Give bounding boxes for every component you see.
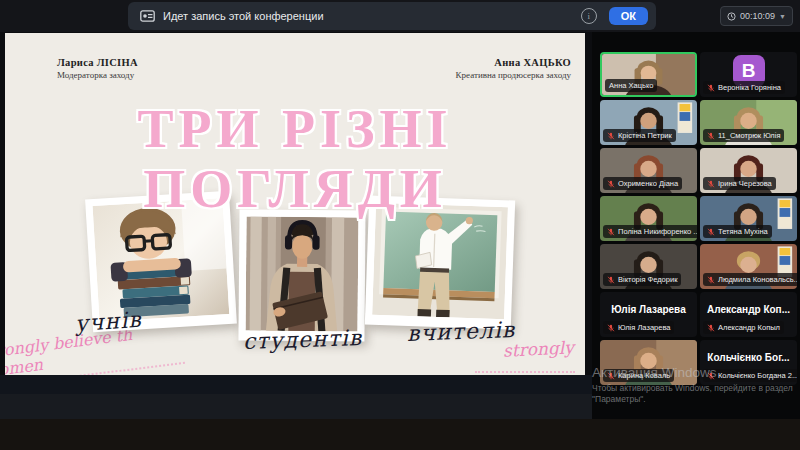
muted-mic-icon bbox=[707, 228, 715, 236]
participant-name-label: Анна Хацько bbox=[605, 79, 657, 92]
participant-name-large: Александр Коп... bbox=[700, 304, 797, 315]
photo-label-teachers: вчителів bbox=[407, 317, 516, 346]
participant-tile[interactable]: Тетяна Мухіна bbox=[700, 196, 797, 241]
participant-tile[interactable]: ВВероніка Горяніна bbox=[700, 52, 797, 97]
participant-tile[interactable]: Александр Коп...Александр Копыл bbox=[700, 292, 797, 337]
slide-title-line1: ТРИ РІЗНІ bbox=[5, 99, 585, 159]
participant-name-label: 11_Смотрюк Юлія bbox=[703, 129, 784, 142]
participant-name-label: Вікторія Федорик bbox=[603, 273, 681, 286]
participant-name-label: Александр Копыл bbox=[703, 321, 784, 334]
moderator-name: Лариса ЛІСІНА bbox=[57, 57, 138, 68]
participant-tile[interactable]: Крістіна Петрик bbox=[600, 100, 697, 145]
muted-mic-icon bbox=[607, 180, 615, 188]
timer-value: 00:10:09 bbox=[740, 11, 775, 21]
chevron-down-icon[interactable]: ▼ bbox=[779, 13, 786, 20]
slide-header-right: Анна ХАЦЬКО Креативна продюсерка заходу bbox=[456, 57, 571, 80]
participant-name-label: Крістіна Петрик bbox=[603, 129, 676, 142]
photo-label-pupils: учнів bbox=[74, 307, 142, 337]
participant-name-label: Охрименко Діана bbox=[603, 177, 682, 190]
muted-mic-icon bbox=[607, 228, 615, 236]
participant-name-large: Кольчієнко Бог... bbox=[700, 352, 797, 363]
slide-header-left: Лариса ЛІСІНА Модераторка заходу bbox=[57, 57, 138, 80]
recording-icon bbox=[140, 10, 155, 22]
participant-name-label: Тетяна Мухіна bbox=[703, 225, 772, 238]
muted-mic-icon bbox=[707, 84, 715, 92]
muted-mic-icon bbox=[607, 276, 615, 284]
moderator-role: Модераторка заходу bbox=[57, 70, 138, 80]
participant-name-label: Вероніка Горяніна bbox=[703, 81, 785, 94]
photo-label-students: студентів bbox=[243, 325, 363, 354]
slide-title-line2: ПОГЛЯДИ bbox=[5, 159, 585, 219]
muted-mic-icon bbox=[607, 132, 615, 140]
participant-tile[interactable]: Поліна Никифоренко ... bbox=[600, 196, 697, 241]
area-below-slide bbox=[0, 375, 592, 394]
shared-presentation-slide: Лариса ЛІСІНА Модераторка заходу Анна ХА… bbox=[5, 33, 585, 375]
ok-button[interactable]: ОК bbox=[609, 7, 648, 25]
clock-icon bbox=[727, 12, 736, 21]
muted-mic-icon bbox=[707, 180, 715, 188]
producer-role: Креативна продюсерка заходу bbox=[456, 70, 571, 80]
muted-mic-icon bbox=[707, 324, 715, 332]
pink-speckles bbox=[475, 363, 575, 373]
participant-name-label: Людмила Коновальсь... bbox=[703, 273, 797, 286]
slide-title: ТРИ РІЗНІ ПОГЛЯДИ bbox=[5, 99, 585, 219]
participant-tile[interactable]: 11_Смотрюк Юлія bbox=[700, 100, 797, 145]
muted-mic-icon bbox=[707, 132, 715, 140]
participant-name-label: Ірина Черезова bbox=[703, 177, 776, 190]
participant-tile[interactable]: Охрименко Діана bbox=[600, 148, 697, 193]
top-bar: Идет запись этой конференции i ОК 00:10:… bbox=[0, 0, 800, 32]
recording-banner: Идет запись этой конференции i ОК bbox=[128, 2, 656, 30]
meeting-timer[interactable]: 00:10:09 ▼ bbox=[720, 6, 793, 26]
participants-sidebar: Анна ХацькоВВероніка ГорянінаКрістіна Пе… bbox=[592, 32, 800, 419]
participant-name-label: Поліна Никифоренко ... bbox=[603, 225, 697, 238]
participant-tile[interactable]: Вікторія Федорик bbox=[600, 244, 697, 289]
participant-name-large: Юлія Лазарева bbox=[600, 304, 697, 315]
muted-mic-icon bbox=[707, 276, 715, 284]
participant-tile[interactable]: Людмила Коновальсь... bbox=[700, 244, 797, 289]
participant-tile[interactable]: Ірина Черезова bbox=[700, 148, 797, 193]
area-below-slide bbox=[0, 394, 592, 419]
participant-tile[interactable]: Юлія ЛазареваЮлія Лазарева bbox=[600, 292, 697, 337]
participant-tile[interactable]: Анна Хацько bbox=[600, 52, 697, 97]
recording-banner-text: Идет запись этой конференции bbox=[163, 10, 324, 22]
participant-name-label: Юлія Лазарева bbox=[603, 321, 674, 334]
muted-mic-icon bbox=[607, 324, 615, 332]
bottom-band bbox=[0, 419, 800, 450]
info-icon[interactable]: i bbox=[581, 8, 597, 24]
meeting-window: Идет запись этой конференции i ОК 00:10:… bbox=[0, 0, 800, 450]
windows-activation-watermark: Активация Windows Чтобы активировать Win… bbox=[592, 365, 796, 406]
participants-grid: Анна ХацькоВВероніка ГорянінаКрістіна Пе… bbox=[600, 52, 797, 385]
producer-name: Анна ХАЦЬКО bbox=[456, 57, 571, 68]
student-photo bbox=[238, 209, 365, 341]
